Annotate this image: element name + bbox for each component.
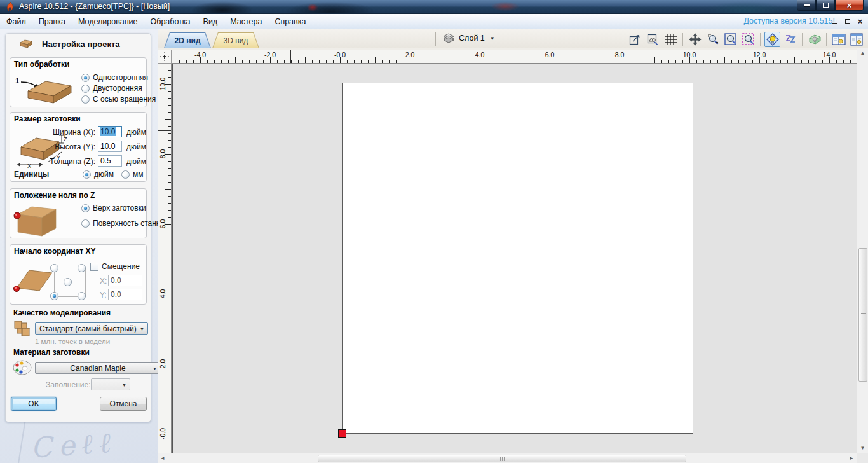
menu-мастера[interactable]: Мастера — [224, 15, 268, 28]
ruler-tick — [256, 60, 257, 63]
ruler-tick — [459, 60, 459, 63]
ruler-tick — [396, 60, 397, 63]
zoom-to-drawing-icon[interactable] — [627, 32, 643, 47]
z-zero-option[interactable]: Верх заготовки — [81, 204, 158, 212]
drawing-canvas-2d[interactable] — [172, 64, 857, 453]
datum-center-radio[interactable] — [64, 278, 72, 286]
cancel-button[interactable]: Отмена — [100, 397, 147, 411]
width-x-input[interactable]: 10.0 — [98, 126, 122, 137]
shaded-3d-view-icon[interactable] — [806, 32, 822, 47]
maximize-window-button[interactable] — [816, 0, 835, 11]
z-zero-option[interactable]: Поверхность станка — [81, 219, 158, 228]
datum-top-right-radio[interactable] — [78, 264, 86, 272]
job-type-option[interactable]: С осью вращения — [81, 95, 156, 104]
layer-selector[interactable]: Слой 1 ▼ — [442, 33, 495, 43]
modeling-resolution-value: Стандарт (самый быстрый) — [39, 324, 137, 333]
grid-toggle-icon[interactable] — [663, 32, 679, 47]
scroll-right-arrow[interactable]: ► — [849, 453, 854, 463]
offset-checkbox[interactable] — [90, 263, 98, 271]
offset-y-input[interactable] — [108, 289, 142, 300]
ruler-tick — [326, 60, 327, 63]
update-version-link[interactable]: Доступна версия 10.515! — [743, 17, 835, 25]
datum-bottom-right-radio[interactable] — [78, 292, 86, 300]
datum-bottom-left-radio[interactable] — [50, 292, 58, 300]
datum-top-left-radio[interactable] — [50, 264, 58, 272]
mdi-restore-button[interactable] — [843, 17, 851, 25]
snap-toggle-icon[interactable] — [764, 32, 780, 47]
zoom-box-icon[interactable] — [722, 32, 738, 47]
job-type-option[interactable]: Односторонняя — [81, 73, 156, 82]
zoom-selection-icon[interactable] — [740, 32, 756, 47]
units-option[interactable]: дюйм — [83, 170, 114, 179]
tile-windows-vertical-icon[interactable] — [848, 32, 864, 47]
vertical-scrollbar[interactable]: ▲ ▼ — [857, 48, 868, 453]
fill-select[interactable]: ▼ — [91, 378, 130, 390]
radio-icon — [81, 204, 90, 212]
offset-x-input[interactable] — [108, 275, 142, 286]
h-ruler-label: 2.0 — [405, 51, 415, 59]
menu-обработка[interactable]: Обработка — [144, 15, 197, 28]
horizontal-scrollbar[interactable]: ◄ ► — [158, 453, 857, 463]
thickness-z-label: Толщина (Z): — [38, 157, 95, 166]
svg-text:Z: Z — [64, 136, 67, 142]
snap-guides-icon[interactable] — [782, 32, 798, 47]
thickness-z-input[interactable] — [98, 155, 122, 167]
offset-y-label: Y: — [100, 291, 107, 300]
origin-marker[interactable] — [338, 429, 346, 438]
minimize-window-button[interactable] — [797, 0, 816, 11]
ruler-origin-widget[interactable] — [158, 50, 172, 64]
scroll-down-arrow[interactable]: ▼ — [857, 445, 868, 451]
ruler-tick — [168, 406, 171, 406]
ruler-tick — [773, 60, 774, 63]
ruler-tick — [585, 57, 585, 63]
ruler-tick — [801, 60, 802, 63]
mdi-minimize-button[interactable] — [831, 17, 839, 25]
ruler-tick — [168, 273, 171, 273]
job-material-area[interactable] — [342, 83, 693, 434]
ruler-tick — [168, 385, 171, 385]
horizontal-scrollbar-thumb[interactable] — [318, 455, 686, 462]
menu-правка[interactable]: Правка — [32, 15, 72, 28]
ruler-tick — [724, 57, 725, 63]
ruler-tick — [564, 60, 564, 63]
h-ruler-label: 14.0 — [823, 51, 836, 59]
ruler-tick — [228, 60, 229, 63]
ruler-tick — [529, 60, 529, 63]
tab-3d-view[interactable]: 3D вид — [212, 32, 259, 48]
toolbar-separator — [682, 33, 683, 46]
modeling-resolution-select[interactable]: Стандарт (самый быстрый) ▼ — [35, 322, 148, 335]
job-type-option[interactable]: Двусторонняя — [81, 84, 156, 93]
scroll-up-arrow[interactable]: ▲ — [857, 50, 868, 56]
ok-button[interactable]: OK — [11, 397, 57, 411]
ruler-tick — [168, 322, 171, 322]
panel-header: Настройка проекта — [6, 34, 151, 54]
thumb-grip — [502, 457, 503, 461]
chevron-down-icon: ▼ — [122, 383, 126, 387]
ruler-tick — [168, 70, 171, 71]
ruler-tick — [193, 60, 194, 63]
menu-файл[interactable]: Файл — [0, 15, 32, 28]
zoom-to-material-icon[interactable] — [645, 32, 661, 47]
units-options: дюйммм — [83, 170, 143, 179]
menu-вид[interactable]: Вид — [197, 15, 224, 28]
modeling-material-group: Качество моделирования Стандарт (самый б… — [10, 308, 147, 392]
ruler-tick — [445, 57, 445, 63]
chevron-down-icon: ▼ — [153, 366, 157, 371]
menu-моделирование[interactable]: Моделирование — [72, 15, 144, 28]
tab-2d-view[interactable]: 2D вид — [164, 32, 211, 48]
close-window-button[interactable]: × — [835, 0, 864, 11]
tile-windows-horizontal-icon[interactable] — [831, 32, 846, 47]
job-type-group: Тип обработки 1 ОдносторонняяДвустороння… — [10, 57, 147, 107]
ruler-tick — [438, 60, 438, 63]
ruler-tick — [696, 60, 697, 63]
pan-view-icon[interactable] — [687, 32, 703, 47]
scroll-left-arrow[interactable]: ◄ — [160, 453, 165, 463]
mdi-close-button[interactable]: × — [856, 17, 864, 25]
units-option[interactable]: мм — [121, 170, 144, 179]
vertical-scrollbar-thumb[interactable] — [858, 248, 867, 382]
menu-справка[interactable]: Справка — [268, 15, 312, 28]
material-select[interactable]: Canadian Maple ▼ — [35, 362, 158, 374]
height-y-input[interactable] — [98, 141, 122, 152]
ruler-tick — [382, 60, 383, 63]
zoom-interactive-icon[interactable] — [705, 32, 721, 47]
